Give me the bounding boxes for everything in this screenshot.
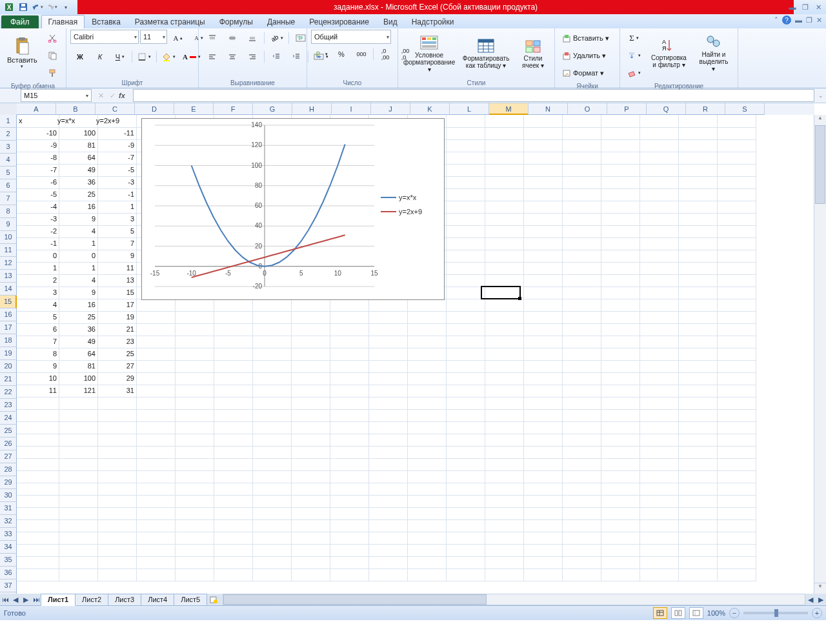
cell[interactable] [520,348,563,361]
row-header[interactable]: 32 [0,515,17,528]
cell[interactable] [598,397,640,410]
cell[interactable] [714,507,756,520]
cell[interactable] [172,323,214,336]
cell[interactable] [133,470,176,483]
fx-icon[interactable]: fx [119,92,130,100]
cell[interactable] [520,274,563,287]
cell[interactable] [210,299,253,312]
sheet-tab[interactable]: Лист4 [141,594,174,605]
cell[interactable] [598,139,640,152]
cell[interactable] [675,409,718,422]
cell[interactable]: -5 [94,164,137,177]
cell[interactable] [481,348,524,361]
cell[interactable]: 16 [55,299,98,312]
cell[interactable]: -11 [94,127,137,140]
cell[interactable] [133,336,176,348]
select-all-button[interactable] [0,103,17,116]
cell[interactable]: 9 [94,250,137,263]
cell[interactable] [365,556,408,569]
decrease-indent-icon[interactable] [267,48,286,65]
ribbon-tab-Данные[interactable]: Данные [260,15,302,28]
cell[interactable] [327,397,369,410]
cell[interactable] [520,446,563,459]
cell[interactable] [288,409,330,422]
cell[interactable] [288,470,330,483]
cell[interactable] [327,519,369,532]
column-header[interactable]: D [135,103,174,115]
column-header[interactable]: H [292,103,332,115]
cell[interactable] [210,409,253,422]
column-header[interactable]: P [607,103,647,115]
cell[interactable] [598,507,640,520]
italic-icon[interactable]: К [90,48,110,65]
row-header[interactable]: 17 [0,321,17,334]
format-as-table-button[interactable]: Форматировать как таблицу ▾ [458,30,514,76]
cell[interactable] [404,434,447,447]
cancel-formula-icon[interactable]: ✕ [96,92,106,100]
cell[interactable] [714,372,756,385]
row-header[interactable]: 34 [0,541,17,554]
row-header[interactable]: 4 [0,154,17,166]
cell[interactable] [636,483,679,496]
cell[interactable] [249,556,292,569]
cell[interactable] [520,409,563,422]
cell[interactable] [675,507,718,520]
cell[interactable] [559,299,601,312]
cell[interactable] [94,556,137,569]
cell[interactable] [288,323,330,336]
cell[interactable] [598,127,640,140]
cell[interactable] [520,556,563,569]
cell[interactable] [598,274,640,287]
cell[interactable] [55,507,98,520]
column-header[interactable]: K [410,103,450,115]
sheet-tab[interactable]: Лист2 [75,594,108,605]
cell[interactable] [365,323,408,336]
cell[interactable] [94,569,137,581]
cell[interactable] [133,397,176,410]
formula-input[interactable] [133,89,814,102]
cell[interactable] [443,201,485,214]
cell[interactable] [714,519,756,532]
row-header[interactable]: 5 [0,166,17,179]
cell[interactable]: -3 [17,213,59,226]
cell[interactable] [559,201,601,214]
cell[interactable] [636,115,679,128]
cell[interactable] [559,458,601,471]
cell[interactable] [404,544,447,557]
cell[interactable] [443,127,485,140]
cell[interactable]: -3 [94,176,137,189]
row-header[interactable]: 3 [0,141,17,154]
cell[interactable]: 121 [55,385,98,397]
row-header[interactable]: 7 [0,192,17,205]
zoom-level[interactable]: 100% [707,609,725,617]
cell[interactable]: 17 [94,299,137,312]
vertical-scrollbar[interactable]: ▲ ▼ [814,115,826,594]
column-header[interactable]: N [529,103,568,115]
find-select-button[interactable]: Найти и выделить ▾ [694,30,734,76]
font-size-combo[interactable]: 11▾ [140,30,167,44]
cell[interactable] [172,556,214,569]
cell[interactable] [714,127,756,140]
cell[interactable] [481,152,524,165]
row-header[interactable]: 27 [0,450,17,463]
cell[interactable] [520,225,563,238]
cell[interactable] [172,311,214,324]
cell[interactable]: -8 [17,152,59,165]
cell[interactable] [636,237,679,250]
cell[interactable] [365,507,408,520]
cell[interactable] [443,348,485,361]
cell[interactable] [327,385,369,397]
cell[interactable] [714,274,756,287]
cell[interactable] [636,569,679,581]
cell[interactable] [443,446,485,459]
cell[interactable] [636,421,679,434]
cell[interactable] [327,336,369,348]
cell[interactable] [172,385,214,397]
cell[interactable]: 4 [55,225,98,238]
cell[interactable] [443,311,485,324]
cell[interactable] [404,519,447,532]
cell[interactable] [481,188,524,201]
cell[interactable] [559,519,601,532]
cell[interactable] [404,299,447,312]
cell[interactable] [443,164,485,177]
